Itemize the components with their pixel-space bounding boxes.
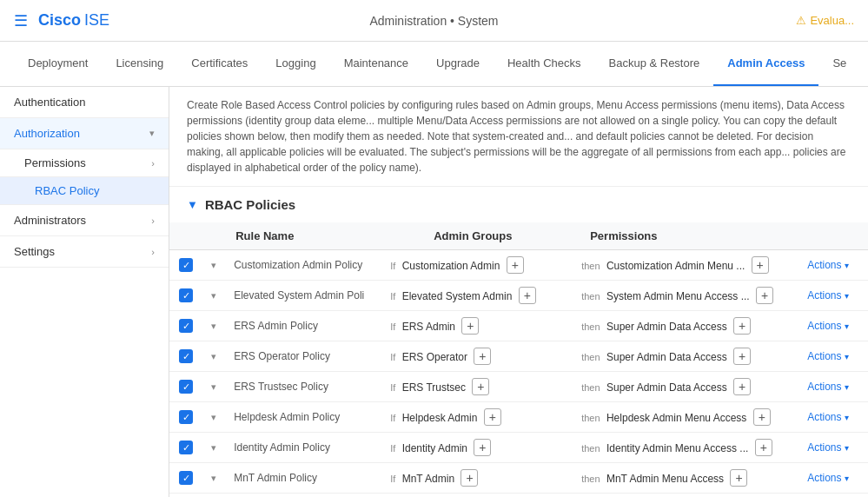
actions-btn[interactable]: Actions ▾ bbox=[807, 320, 848, 332]
row-expand-cell[interactable]: ▾ bbox=[202, 341, 225, 372]
then-label: then bbox=[581, 352, 600, 362]
add-permission-btn[interactable]: + bbox=[730, 469, 747, 487]
row-rule-name: ERS Admin Policy bbox=[225, 311, 381, 341]
row-admin-group: ERS Operator bbox=[402, 351, 467, 363]
actions-btn[interactable]: Actions ▾ bbox=[807, 381, 848, 393]
tab-se[interactable]: Se bbox=[818, 42, 860, 87]
sidebar-item-authorization[interactable]: Authorization ▾ bbox=[0, 118, 169, 149]
row-rule-name: ERS Trustsec Policy bbox=[225, 372, 381, 402]
row-permission: Customization Admin Menu ... bbox=[606, 260, 745, 272]
row-expand-cell[interactable]: ▾ bbox=[202, 372, 225, 402]
sidebar-item-permissions[interactable]: Permissions › bbox=[0, 149, 169, 177]
row-expand-cell[interactable]: ▾ bbox=[202, 250, 225, 281]
logo-ise: ISE bbox=[84, 11, 109, 30]
row-checkbox-3[interactable] bbox=[179, 349, 193, 363]
if-label: If bbox=[390, 382, 395, 393]
actions-btn[interactable]: Actions ▾ bbox=[807, 350, 848, 362]
if-label: If bbox=[390, 413, 395, 423]
row-expand-cell[interactable]: ▾ bbox=[202, 311, 225, 341]
add-permission-btn[interactable]: + bbox=[733, 348, 751, 365]
add-admin-group-btn[interactable]: + bbox=[461, 469, 478, 487]
expand-chevron-icon: ▾ bbox=[211, 412, 216, 422]
row-checkbox-cell bbox=[169, 372, 202, 402]
row-checkbox-5[interactable] bbox=[179, 410, 193, 424]
row-actions-cell: Actions ▾ bbox=[798, 463, 868, 494]
add-permission-btn[interactable]: + bbox=[733, 378, 751, 395]
add-admin-group-btn[interactable]: + bbox=[519, 287, 536, 304]
rbac-collapse-btn[interactable]: ▼ bbox=[187, 198, 198, 211]
add-permission-btn[interactable]: + bbox=[755, 439, 772, 456]
sidebar-item-rbac-policy[interactable]: RBAC Policy bbox=[0, 177, 169, 205]
if-label: If bbox=[390, 291, 395, 302]
row-checkbox-7[interactable] bbox=[179, 471, 193, 485]
row-checkbox-2[interactable] bbox=[179, 319, 193, 333]
add-permission-btn[interactable]: + bbox=[733, 317, 751, 335]
row-expand-cell[interactable]: ▾ bbox=[202, 281, 225, 311]
actions-btn[interactable]: Actions ▾ bbox=[807, 289, 848, 302]
hamburger-icon[interactable]: ☰ bbox=[14, 11, 28, 30]
actions-chevron-icon: ▾ bbox=[845, 382, 849, 392]
then-label: then bbox=[581, 474, 600, 484]
row-admin-group-cell: If ERS Admin + bbox=[381, 311, 573, 341]
add-permission-btn[interactable]: + bbox=[756, 287, 773, 304]
add-admin-group-btn[interactable]: + bbox=[472, 378, 489, 395]
row-permission-cell: then MnT Admin Menu Access + bbox=[573, 463, 798, 494]
then-label: then bbox=[581, 291, 600, 302]
row-rule-name: Network Device Policy bbox=[225, 494, 381, 498]
row-checkbox-cell bbox=[169, 494, 202, 498]
tab-admin-access[interactable]: Admin Access bbox=[713, 42, 818, 87]
actions-btn[interactable]: Actions ▾ bbox=[807, 411, 848, 423]
row-checkbox-0[interactable] bbox=[179, 258, 193, 272]
sidebar-item-settings[interactable]: Settings › bbox=[0, 236, 169, 268]
tab-upgrade[interactable]: Upgrade bbox=[422, 42, 494, 87]
row-checkbox-6[interactable] bbox=[179, 441, 193, 454]
row-expand-cell[interactable]: ▾ bbox=[202, 402, 225, 433]
table-row: ▾ Customization Admin Policy If Customiz… bbox=[169, 250, 868, 281]
add-permission-btn[interactable]: + bbox=[752, 256, 769, 274]
actions-chevron-icon: ▾ bbox=[845, 352, 849, 361]
add-admin-group-btn[interactable]: + bbox=[474, 439, 491, 456]
tab-licensing[interactable]: Licensing bbox=[102, 42, 177, 87]
actions-chevron-icon: ▾ bbox=[845, 321, 849, 331]
tab-deployment[interactable]: Deployment bbox=[14, 42, 102, 87]
chevron-right-icon: › bbox=[151, 158, 155, 169]
actions-btn[interactable]: Actions ▾ bbox=[807, 441, 848, 454]
row-rule-name: Customization Admin Policy bbox=[225, 250, 381, 281]
add-admin-group-btn[interactable]: + bbox=[461, 317, 479, 335]
row-admin-group-cell: If Elevated System Admin + bbox=[381, 281, 573, 311]
if-label: If bbox=[390, 443, 395, 454]
row-expand-cell[interactable]: ▾ bbox=[202, 463, 225, 494]
tab-health-checks[interactable]: Health Checks bbox=[494, 42, 595, 87]
expand-chevron-icon: ▾ bbox=[211, 321, 216, 331]
then-label: then bbox=[581, 413, 600, 423]
sidebar-item-administrators[interactable]: Administrators › bbox=[0, 205, 169, 236]
row-checkbox-cell bbox=[169, 463, 202, 494]
add-permission-btn[interactable]: + bbox=[753, 408, 771, 426]
add-admin-group-btn[interactable]: + bbox=[484, 408, 501, 426]
table-row: ▾ MnT Admin Policy If MnT Admin + then M… bbox=[169, 463, 868, 494]
row-checkbox-1[interactable] bbox=[179, 288, 193, 302]
tab-logging[interactable]: Logging bbox=[262, 42, 329, 87]
row-permission: Identity Admin Menu Access ... bbox=[606, 442, 748, 454]
actions-btn[interactable]: Actions ▾ bbox=[807, 472, 848, 484]
tab-certificates[interactable]: Certificates bbox=[177, 42, 262, 87]
row-checkbox-4[interactable] bbox=[179, 380, 193, 394]
tab-maintenance[interactable]: Maintenance bbox=[330, 42, 422, 87]
eval-label: Evalua... bbox=[810, 14, 854, 27]
th-checkbox bbox=[169, 222, 202, 250]
sidebar-item-authentication[interactable]: Authentication bbox=[0, 87, 169, 118]
row-admin-group: ERS Trustsec bbox=[402, 381, 466, 394]
row-expand-cell[interactable]: ▾ bbox=[202, 494, 225, 498]
row-checkbox-cell bbox=[169, 402, 202, 433]
row-actions-cell: Actions ▾ bbox=[798, 402, 868, 433]
row-expand-cell[interactable]: ▾ bbox=[202, 433, 225, 463]
add-admin-group-btn[interactable]: + bbox=[507, 256, 524, 274]
th-permissions: Permissions bbox=[573, 222, 798, 250]
actions-btn[interactable]: Actions ▾ bbox=[807, 259, 848, 271]
row-admin-group: ERS Admin bbox=[402, 321, 455, 333]
tab-backup-restore[interactable]: Backup & Restore bbox=[595, 42, 714, 87]
row-checkbox-cell bbox=[169, 311, 202, 341]
expand-chevron-icon: ▾ bbox=[211, 260, 216, 270]
add-admin-group-btn[interactable]: + bbox=[474, 348, 491, 365]
th-expand bbox=[202, 222, 225, 250]
